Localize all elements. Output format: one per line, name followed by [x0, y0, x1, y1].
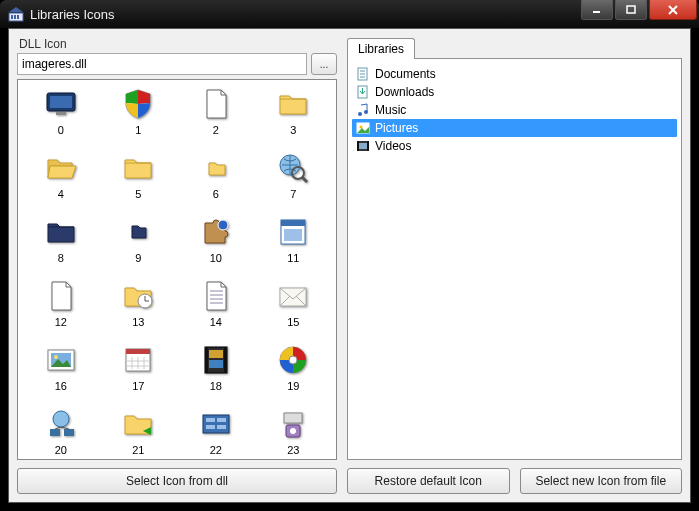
- icon-index-label: 18: [210, 380, 222, 392]
- window-controls: [581, 0, 697, 20]
- svg-rect-11: [56, 112, 66, 115]
- disc-icon: [275, 342, 311, 378]
- icon-item[interactable]: 17: [102, 342, 176, 392]
- icon-index-label: 2: [213, 124, 219, 136]
- icon-item[interactable]: 9: [102, 214, 176, 264]
- pictures-icon: [355, 120, 371, 136]
- icon-index-label: 5: [135, 188, 141, 200]
- globe-mag-icon: [275, 150, 311, 186]
- network-icon: [43, 406, 79, 442]
- icon-index-label: 20: [55, 444, 67, 456]
- svg-rect-38: [209, 350, 223, 358]
- svg-rect-45: [50, 429, 60, 436]
- folder-open-icon: [43, 150, 79, 186]
- icon-item[interactable]: 10: [179, 214, 253, 264]
- svg-rect-50: [206, 418, 215, 422]
- icon-index-label: 9: [135, 252, 141, 264]
- svg-rect-40: [205, 347, 208, 373]
- maximize-button[interactable]: [615, 0, 647, 20]
- icon-item[interactable]: 0: [24, 86, 98, 136]
- titlebar[interactable]: Libraries Icons: [0, 0, 699, 28]
- icon-item[interactable]: 16: [24, 342, 98, 392]
- folder-dark-icon: [43, 214, 79, 250]
- svg-rect-2: [14, 15, 16, 19]
- folder-small-icon: [198, 150, 234, 186]
- icon-item[interactable]: 6: [179, 150, 253, 200]
- icon-item[interactable]: 22: [179, 406, 253, 456]
- close-button[interactable]: [649, 0, 697, 20]
- library-item-music[interactable]: Music: [352, 101, 677, 119]
- icon-item[interactable]: 13: [102, 278, 176, 328]
- svg-line-47: [55, 427, 61, 429]
- svg-rect-51: [217, 418, 226, 422]
- icon-index-label: 3: [290, 124, 296, 136]
- icon-item[interactable]: 15: [257, 278, 331, 328]
- icon-item[interactable]: 5: [102, 150, 176, 200]
- dll-icon-panel: DLL Icon ... 012345678910111213141516171…: [17, 37, 337, 494]
- page-blank-icon: [43, 278, 79, 314]
- library-item-videos[interactable]: Videos: [352, 137, 677, 155]
- svg-rect-17: [281, 220, 305, 226]
- library-item-label: Documents: [375, 67, 436, 81]
- icon-item[interactable]: 7: [257, 150, 331, 200]
- app-icon: [8, 6, 24, 22]
- page-blank-icon: [198, 86, 234, 122]
- select-from-file-button[interactable]: Select new Icon from file: [520, 468, 683, 494]
- library-item-downloads[interactable]: Downloads: [352, 83, 677, 101]
- icon-index-label: 8: [58, 252, 64, 264]
- svg-rect-68: [357, 141, 359, 151]
- svg-rect-1: [11, 15, 13, 19]
- dll-path-input[interactable]: [17, 53, 307, 75]
- icon-item[interactable]: 4: [24, 150, 98, 200]
- restore-default-button[interactable]: Restore default Icon: [347, 468, 510, 494]
- dll-group-label: DLL Icon: [17, 37, 337, 53]
- library-item-label: Music: [375, 103, 406, 117]
- client-area: DLL Icon ... 012345678910111213141516171…: [8, 28, 691, 503]
- doc-icon: [355, 66, 371, 82]
- svg-rect-54: [284, 413, 302, 423]
- icon-item[interactable]: 1: [102, 86, 176, 136]
- icon-index-label: 17: [132, 380, 144, 392]
- tab-libraries[interactable]: Libraries: [347, 38, 415, 59]
- select-from-dll-button[interactable]: Select Icon from dll: [17, 468, 337, 494]
- svg-point-29: [54, 355, 58, 359]
- library-item-label: Videos: [375, 139, 411, 153]
- icon-item[interactable]: 19: [257, 342, 331, 392]
- icon-item[interactable]: 12: [24, 278, 98, 328]
- icon-index-label: 13: [132, 316, 144, 328]
- folder-share-icon: [120, 406, 156, 442]
- puzzle-icon: [198, 214, 234, 250]
- svg-rect-69: [367, 141, 369, 151]
- svg-rect-41: [224, 347, 227, 373]
- icon-index-label: 23: [287, 444, 299, 456]
- svg-marker-4: [9, 7, 23, 12]
- icon-item[interactable]: 8: [24, 214, 98, 264]
- library-item-pictures[interactable]: Pictures: [352, 119, 677, 137]
- calendar-icon: [120, 342, 156, 378]
- browse-button[interactable]: ...: [311, 53, 337, 75]
- minimize-button[interactable]: [581, 0, 613, 20]
- icon-index-label: 12: [55, 316, 67, 328]
- icon-item[interactable]: 3: [257, 86, 331, 136]
- app-window: Libraries Icons DLL Icon ... 01234567891…: [0, 0, 699, 511]
- library-item-documents[interactable]: Documents: [352, 65, 677, 83]
- icon-item[interactable]: 23: [257, 406, 331, 456]
- music-icon: [355, 102, 371, 118]
- icon-item[interactable]: 20: [24, 406, 98, 456]
- icon-item[interactable]: 18: [179, 342, 253, 392]
- libraries-panel: Libraries DocumentsDownloadsMusicPicture…: [347, 37, 682, 494]
- icon-list[interactable]: 01234567891011121314151617181920212223: [18, 80, 336, 459]
- libraries-tree[interactable]: DocumentsDownloadsMusicPicturesVideos: [347, 59, 682, 460]
- svg-point-62: [358, 112, 362, 116]
- svg-point-15: [218, 220, 228, 230]
- icon-item[interactable]: 2: [179, 86, 253, 136]
- icon-item[interactable]: 21: [102, 406, 176, 456]
- window-blue-icon: [275, 214, 311, 250]
- page-lines-icon: [198, 278, 234, 314]
- monitor-blue-icon: [43, 86, 79, 122]
- folder-icon: [275, 86, 311, 122]
- icon-item[interactable]: 11: [257, 214, 331, 264]
- svg-rect-6: [627, 6, 635, 13]
- icon-item[interactable]: 14: [179, 278, 253, 328]
- svg-line-14: [302, 177, 307, 182]
